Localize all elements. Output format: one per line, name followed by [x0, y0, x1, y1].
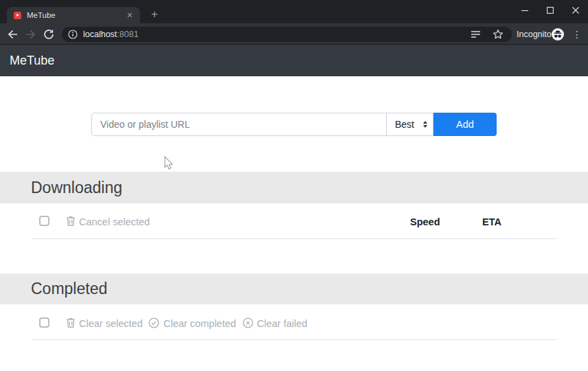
url-input[interactable] — [91, 113, 387, 136]
speed-column-header: Speed — [410, 216, 440, 227]
minimize-icon — [521, 7, 528, 14]
clear-selected-button[interactable]: Clear selected — [79, 318, 143, 329]
browser-window: MeTube × + — [0, 0, 588, 371]
x-circle-icon — [242, 317, 253, 328]
quality-selected-value: Best — [395, 119, 414, 130]
window-close-button[interactable] — [563, 0, 588, 21]
bookmark-star-icon[interactable] — [493, 29, 504, 40]
brand-title: MeTube — [10, 54, 54, 68]
window-minimize-button[interactable] — [512, 0, 537, 21]
browser-menu-button[interactable]: ⋮ — [572, 29, 582, 40]
trash-icon — [65, 317, 76, 328]
clear-failed-button[interactable]: Clear failed — [257, 318, 307, 329]
completed-section-header: Completed — [0, 273, 588, 304]
tab-strip: MeTube × + — [0, 0, 588, 23]
select-arrows-icon — [423, 121, 427, 128]
forward-arrow-icon — [25, 28, 37, 41]
url-port: :8081 — [117, 30, 138, 39]
back-arrow-icon — [6, 28, 19, 41]
eta-column-header: ETA — [482, 216, 501, 227]
downloading-section-header: Downloading — [0, 172, 588, 203]
trash-icon — [65, 215, 76, 227]
metube-favicon-icon — [14, 12, 21, 19]
new-tab-button[interactable]: + — [146, 6, 163, 23]
close-icon — [572, 7, 579, 14]
clear-completed-button[interactable]: Clear completed — [163, 318, 236, 329]
completed-title: Completed — [31, 280, 107, 298]
address-bar[interactable]: localhost:8081 — [62, 27, 512, 42]
url-host: localhost — [83, 30, 117, 39]
window-controls — [512, 0, 588, 21]
quality-select[interactable]: Best — [386, 113, 433, 136]
incognito-label: Incognito — [517, 30, 552, 39]
reading-list-icon[interactable] — [471, 30, 482, 39]
reload-button[interactable] — [42, 27, 56, 41]
url-text[interactable]: localhost:8081 — [83, 30, 139, 39]
downloading-divider — [32, 238, 556, 239]
downloading-title: Downloading — [31, 179, 122, 197]
reload-icon — [43, 28, 55, 41]
maximize-icon — [547, 7, 554, 14]
window-maximize-button[interactable] — [537, 0, 563, 21]
tab-close-icon[interactable]: × — [125, 10, 135, 20]
check-circle-icon — [148, 317, 159, 328]
add-button[interactable]: Add — [433, 113, 497, 136]
site-info-icon[interactable] — [68, 30, 78, 39]
app-navbar: MeTube — [0, 45, 588, 76]
browser-tab[interactable]: MeTube × — [7, 7, 140, 23]
mouse-cursor — [162, 155, 173, 170]
incognito-badge-icon — [552, 28, 564, 41]
completed-select-all-checkbox[interactable] — [39, 317, 49, 328]
tab-title: MeTube — [27, 11, 125, 19]
add-form: Best Add — [91, 113, 497, 136]
downloading-select-all-checkbox[interactable] — [39, 216, 49, 226]
forward-button[interactable] — [24, 27, 38, 41]
completed-divider — [32, 339, 556, 340]
back-button[interactable] — [5, 27, 19, 41]
cancel-selected-button[interactable]: Cancel selected — [79, 216, 150, 227]
